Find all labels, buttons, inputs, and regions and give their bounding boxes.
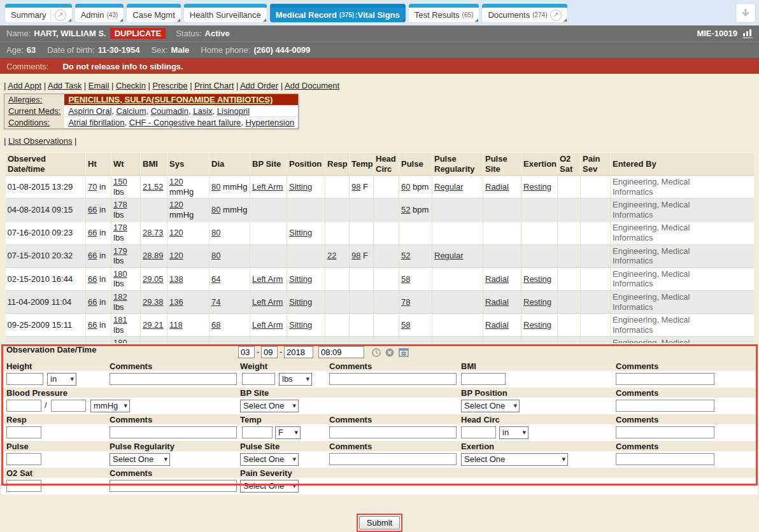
observation-value-link[interactable]: 78 (401, 297, 410, 307)
observation-value-link[interactable]: 150 (113, 177, 127, 186)
bp-comments-input[interactable] (616, 400, 714, 412)
head-circ-comments-input[interactable] (616, 426, 714, 438)
weight-unit-select[interactable]: lbs (279, 373, 312, 386)
submit-button[interactable]: Submit (359, 516, 400, 529)
expand-panel-button[interactable] (736, 4, 755, 22)
current-meds-link[interactable]: Current Meds: (8, 106, 60, 116)
allergy-value-link[interactable]: PENICILLINS, SULFA(SULFONAMIDE ANTIBIOTI… (68, 95, 273, 104)
observation-value-link[interactable]: 68 (211, 320, 220, 330)
observation-value-link[interactable]: 22 (327, 251, 336, 260)
action-link-prescribe[interactable]: Prescribe (153, 81, 188, 90)
o2-sat-input[interactable] (6, 480, 41, 492)
bp-site-select[interactable]: Select One (240, 400, 299, 412)
action-link-add-document[interactable]: Add Document (285, 81, 339, 90)
weight-comments-input[interactable] (329, 373, 457, 385)
observation-value-link[interactable]: Sitting (289, 320, 312, 330)
observation-value-link[interactable]: Left Arm (252, 320, 283, 330)
observation-value-link[interactable]: 80 (211, 182, 220, 192)
tab-admin[interactable]: Admin (43) (75, 4, 124, 22)
tab-health-surveillance[interactable]: Health Surveillance (184, 4, 267, 22)
observation-value-link[interactable]: 29.05 (143, 274, 164, 284)
observation-value-link[interactable]: 66 (88, 320, 97, 330)
observation-value-link[interactable]: 178 (113, 223, 127, 232)
head-circ-unit-select[interactable]: in (499, 426, 528, 439)
pulse-regularity-select[interactable]: Select One (110, 453, 170, 466)
temp-unit-select[interactable]: F (275, 426, 301, 439)
time-input[interactable] (318, 346, 364, 358)
med-link[interactable]: Lisinopril (217, 106, 250, 116)
observation-value-link[interactable]: 181 (113, 315, 127, 325)
date-day-input[interactable] (261, 346, 278, 358)
allergies-link[interactable]: Allergies: (8, 95, 42, 104)
observation-value-link[interactable]: Sitting (289, 228, 312, 237)
observation-value-link[interactable]: 120 (169, 251, 183, 260)
date-month-input[interactable] (238, 346, 255, 358)
list-observations-link[interactable]: List Observations (8, 136, 72, 146)
observation-value-link[interactable]: 178 (113, 200, 127, 209)
action-link-add-task[interactable]: Add Task (48, 81, 82, 90)
observation-value-link[interactable]: 70 (88, 182, 97, 192)
resp-comments-input[interactable] (110, 426, 237, 438)
height-unit-select[interactable]: in (47, 373, 76, 386)
pulse-comments-input[interactable] (329, 453, 457, 465)
temp-input[interactable] (242, 426, 273, 438)
observation-value-link[interactable]: Resting (523, 320, 551, 330)
observation-value-link[interactable]: 29.21 (143, 320, 164, 330)
observation-value-link[interactable]: 179 (113, 246, 127, 256)
action-link-print-chart[interactable]: Print Chart (194, 81, 234, 90)
observation-value-link[interactable]: Radial (485, 320, 509, 330)
conditions-link[interactable]: Conditions: (8, 118, 50, 127)
popout-icon[interactable]: ↗ (55, 10, 66, 21)
pain-severity-select[interactable]: Select One (240, 480, 299, 493)
tab-documents[interactable]: Documents (274) ↗ (482, 4, 567, 22)
date-year-input[interactable] (284, 346, 313, 358)
observation-value-link[interactable]: 180 (113, 338, 127, 343)
condition-link[interactable]: Hypertension (246, 118, 295, 127)
observation-value-link[interactable]: 136 (169, 297, 183, 307)
observation-value-link[interactable]: 52 (401, 205, 410, 214)
observation-value-link[interactable]: 80 (211, 251, 220, 260)
observation-value-link[interactable]: 66 (88, 297, 97, 307)
observation-value-link[interactable]: 21.52 (143, 182, 164, 192)
observation-value-link[interactable]: Regular (434, 251, 464, 260)
clock-icon[interactable] (372, 348, 381, 357)
observation-value-link[interactable]: 58 (401, 320, 410, 330)
observation-value-link[interactable]: 66 (88, 274, 97, 284)
observation-value-link[interactable]: 98 (351, 182, 360, 192)
tab-summary[interactable]: Summary ↗ (5, 4, 72, 22)
condition-link[interactable]: CHF - Congestive heart failure (129, 118, 241, 127)
observation-value-link[interactable]: 66 (88, 228, 97, 237)
med-link[interactable]: Aspirin Oral (68, 106, 111, 116)
observation-value-link[interactable]: 120 (169, 228, 183, 237)
observation-value-link[interactable]: 52 (401, 251, 410, 260)
bp-diastolic-input[interactable] (51, 400, 86, 412)
resp-input[interactable] (6, 426, 41, 438)
calendar-icon[interactable] (399, 347, 409, 357)
observation-value-link[interactable]: 98 (351, 251, 360, 260)
observation-value-link[interactable]: Left Arm (252, 297, 283, 307)
observation-value-link[interactable]: 80 (211, 205, 220, 214)
action-link-add-appt[interactable]: Add Appt (8, 81, 41, 90)
action-link-email[interactable]: Email (89, 81, 110, 90)
observation-value-link[interactable]: 120 (169, 177, 183, 186)
observation-value-link[interactable]: Radial (485, 274, 509, 284)
observation-value-link[interactable]: 80 (211, 228, 220, 237)
observation-value-link[interactable]: Radial (485, 182, 509, 192)
observation-value-link[interactable]: Resting (523, 274, 551, 284)
observation-value-link[interactable]: Regular (434, 182, 464, 192)
height-comments-input[interactable] (110, 373, 237, 385)
bp-position-select[interactable]: Select One (461, 400, 520, 412)
head-circ-input[interactable] (461, 426, 496, 438)
temp-comments-input[interactable] (329, 426, 457, 438)
med-link[interactable]: Lasix (193, 106, 212, 116)
observation-value-link[interactable]: Left Arm (252, 182, 283, 192)
observation-value-link[interactable]: 58 (401, 274, 410, 284)
observation-value-link[interactable]: Sitting (289, 297, 312, 307)
observation-value-link[interactable]: 28.89 (143, 251, 164, 260)
bmi-comments-input[interactable] (616, 373, 714, 385)
weight-input[interactable] (242, 373, 275, 385)
height-input[interactable] (6, 373, 43, 385)
observation-value-link[interactable]: 180 (113, 269, 127, 279)
observation-value-link[interactable]: 66 (88, 251, 97, 260)
popout-icon[interactable]: ↗ (550, 10, 562, 21)
